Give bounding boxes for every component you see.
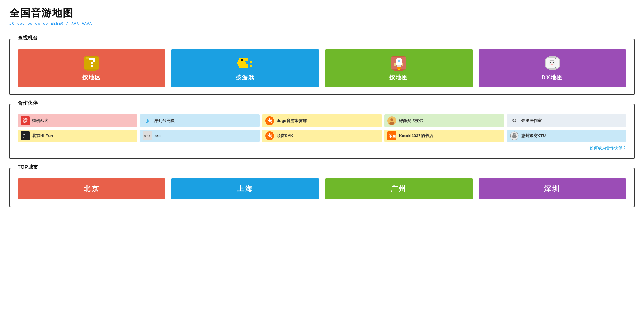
find-by-map-button[interactable]: 按地图	[325, 49, 473, 87]
svg-rect-48	[549, 58, 549, 59]
svg-rect-16	[246, 62, 249, 64]
partner-jjly-name: 街机烈火	[32, 118, 48, 124]
find-by-game-button[interactable]: 按游戏	[171, 49, 319, 87]
partner-kotoki-logo: 闲鱼	[387, 131, 396, 140]
become-partner-link[interactable]: 如何成为合作伙伴？	[18, 145, 626, 151]
partner-saki-logo: 淘	[265, 131, 274, 140]
partner-serial-name: 序列号兑换	[154, 118, 175, 124]
partner-hxmk[interactable]: 好像买卡变强	[384, 114, 504, 127]
question-icon	[84, 56, 99, 71]
header-divider	[9, 32, 635, 32]
find-by-region-button[interactable]: 按地区	[18, 49, 165, 87]
svg-rect-47	[551, 64, 553, 65]
top-cities-section: TOP城市 北京 上海 广州 深圳	[9, 168, 635, 207]
partner-doge[interactable]: 淘 doge音游杂货铺	[262, 114, 382, 127]
find-dx-map-label: DX地图	[542, 74, 563, 81]
svg-rect-6	[93, 60, 95, 62]
partner-hifun-logo: Hi-F UN	[21, 131, 30, 140]
pacman-icon	[237, 56, 253, 71]
partner-x50[interactable]: X50 X50	[140, 130, 259, 142]
svg-rect-24	[394, 70, 403, 71]
partner-serial[interactable]: ♪ 序列号兑换	[140, 114, 259, 127]
page-title: 全国音游地图	[9, 6, 635, 20]
svg-rect-20	[394, 56, 403, 56]
svg-point-53	[390, 118, 393, 121]
partner-ktu-logo	[510, 131, 519, 140]
svg-rect-21	[392, 56, 405, 57]
partner-doge-name: doge音游杂货铺	[277, 118, 307, 124]
partner-ktu[interactable]: 惠州鹅窝KTU	[507, 130, 626, 142]
find-by-region-label: 按地区	[82, 74, 101, 81]
partner-hxmk-name: 好像买卡变强	[399, 118, 423, 124]
svg-text:X50: X50	[144, 134, 150, 138]
city-guangzhou-button[interactable]: 广州	[325, 178, 473, 199]
svg-rect-29	[402, 63, 403, 66]
svg-rect-38	[549, 69, 556, 70]
partner-jjly[interactable]: 街机烈火 街机烈火	[18, 114, 137, 127]
dx-icon	[545, 56, 560, 71]
svg-rect-12	[237, 62, 246, 64]
find-by-game-label: 按游戏	[236, 74, 255, 81]
page-subtitle: JO-ooo-oo-oo-oo EEEEO-A-AAA-AAAA	[9, 21, 635, 26]
find-by-map-label: 按地图	[389, 74, 408, 81]
partner-hifun-name: 北京Hi-Fun	[32, 133, 53, 139]
page-header: 全国音游地图 JO-ooo-oo-oo-oo EEEEO-A-AAA-AAAA	[9, 6, 635, 26]
svg-rect-8	[91, 65, 93, 67]
partner-kotoki-name: Kotoki1337的卡店	[399, 133, 433, 139]
find-machine-title: 查找机台	[15, 35, 40, 41]
partner-doge-logo: 淘	[265, 116, 274, 125]
partner-jlhs[interactable]: ↻ 锦里画作室	[507, 114, 626, 127]
cities-grid: 北京 上海 广州 深圳	[18, 178, 626, 199]
svg-rect-4	[87, 70, 96, 71]
svg-rect-32	[398, 69, 400, 70]
svg-rect-13	[238, 64, 248, 66]
svg-rect-10	[239, 58, 248, 60]
svg-rect-19	[250, 65, 252, 67]
svg-rect-34	[547, 57, 558, 58]
svg-rect-1	[85, 56, 98, 57]
svg-rect-50	[549, 67, 549, 68]
svg-rect-0	[87, 56, 96, 56]
partner-jlhs-name: 锦里画作室	[521, 118, 542, 124]
svg-rect-3	[85, 69, 98, 70]
svg-rect-55	[21, 132, 29, 140]
partners-grid: 街机烈火 街机烈火 ♪ 序列号兑换 淘 doge音游杂货铺 好像买卡变强 ↻ 锦…	[18, 114, 626, 142]
partner-jlhs-logo: ↻	[510, 116, 519, 125]
svg-rect-43	[550, 60, 554, 61]
svg-rect-46	[553, 62, 554, 63]
svg-rect-31	[397, 67, 401, 69]
svg-text:UN: UN	[22, 136, 25, 138]
svg-rect-17	[241, 59, 243, 61]
svg-point-64	[513, 133, 516, 136]
find-machine-grid: 按地区 按游戏	[18, 49, 626, 87]
find-machine-section: 查找机台 按地区	[9, 39, 635, 95]
partner-saki[interactable]: 淘 咲窝SAKI	[262, 130, 382, 142]
svg-rect-49	[555, 58, 556, 59]
svg-rect-7	[91, 62, 93, 64]
svg-rect-33	[549, 56, 556, 57]
partners-section: 合作伙伴 街机烈火 街机烈火 ♪ 序列号兑换 淘 doge音游杂货铺 好像买卡变…	[9, 104, 635, 159]
svg-rect-37	[547, 68, 558, 69]
partner-kotoki[interactable]: 闲鱼 Kotoki1337的卡店	[384, 130, 504, 142]
svg-rect-14	[239, 66, 248, 68]
svg-rect-45	[550, 62, 551, 63]
partner-saki-name: 咲窝SAKI	[277, 133, 295, 139]
city-shenzhen-button[interactable]: 深圳	[479, 178, 626, 199]
svg-rect-5	[89, 58, 95, 60]
city-shanghai-button[interactable]: 上海	[171, 178, 319, 199]
svg-rect-9	[86, 57, 89, 59]
svg-point-54	[389, 122, 394, 125]
svg-text:闲鱼: 闲鱼	[388, 134, 396, 139]
city-beijing-button[interactable]: 北京	[18, 178, 165, 199]
find-dx-map-button[interactable]: DX地图	[479, 49, 626, 87]
partner-hifun[interactable]: Hi-F UN 北京Hi-Fun	[18, 130, 137, 142]
svg-rect-18	[250, 61, 252, 63]
svg-text:Hi-F: Hi-F	[22, 134, 26, 136]
partner-hxmk-logo	[387, 116, 396, 125]
top-cities-title: TOP城市	[15, 164, 41, 171]
partners-title: 合作伙伴	[15, 100, 40, 107]
svg-rect-28	[394, 63, 396, 66]
partner-ktu-name: 惠州鹅窝KTU	[521, 133, 546, 139]
svg-rect-39	[545, 59, 546, 67]
svg-point-65	[514, 134, 515, 135]
